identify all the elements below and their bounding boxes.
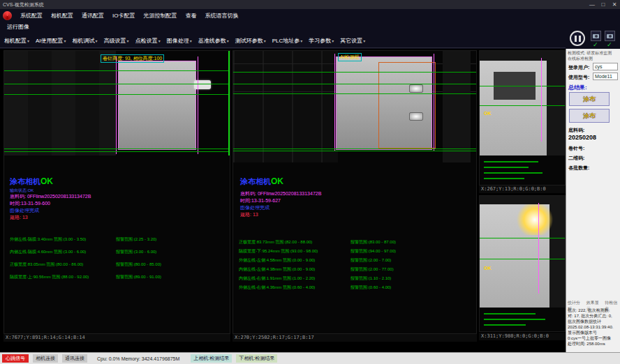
reflection-glint [409, 84, 423, 93]
measurement-row: 隔膜宽度-下:95.24mm 范围:(93.00 - 98.00) 报警范围:(… [233, 248, 476, 255]
measurement-row: 外侧左线-右侧:4.36mm 范围:(0.60 - 4.00) 报警范围:(0.… [233, 285, 476, 291]
login-user-field[interactable]: cys [593, 63, 618, 70]
toolbar-item[interactable]: AI使用配置▾ [36, 37, 66, 45]
model-field[interactable]: Mode11 [593, 73, 618, 80]
pixel-coordinates: X:270;Y:2502;R:17;G:17;B:17 [232, 334, 477, 342]
measure-line [233, 72, 477, 73]
pin-number-label: 卷针号: [568, 145, 584, 152]
toolbar-item[interactable]: 基准线参数▾ [198, 37, 229, 45]
material-text: 规格: 13 [240, 211, 258, 218]
chevron-down-icon: ▾ [190, 39, 192, 43]
window-title: CVS-视觉检测系统 [3, 2, 44, 7]
measure-line [480, 259, 566, 259]
result-ok-text: OK [271, 176, 283, 186]
minimize-button[interactable]: — [586, 0, 598, 9]
toolbar-item[interactable]: 图像处理▾ [167, 37, 192, 45]
result-ok-text: OK [40, 176, 53, 186]
measurement-row: 外侧左线-左侧:4.58mm 范围:(0.00 - 9.00) 报警范围:(2.… [233, 257, 476, 264]
thumbnail-image: OK [480, 51, 565, 156]
toolbar-item[interactable]: 相机配置▾ [4, 37, 29, 45]
toolbar-item[interactable]: 高级设置▾ [104, 37, 129, 45]
micro-text-line [484, 172, 542, 174]
measure-line [233, 84, 477, 84]
alarm-range: 报警范围:(2.00 - 77.00) [350, 266, 394, 273]
pause-icon [575, 36, 577, 42]
measurement-row: 内侧左线-隔膜:4.60mm 范围:(3.00 - 6.00) 报警范围:(3.… [4, 249, 230, 256]
result-box-1: 涂布 [569, 92, 610, 106]
upper-camera-result: 上相机:检测结果 [191, 354, 232, 363]
tab-run-image[interactable]: 运行图像 [0, 22, 566, 32]
micro-text-line [484, 178, 524, 179]
menu-item[interactable]: 查看 [185, 12, 196, 20]
toolbar-item[interactable]: 相机调试▾ [73, 37, 98, 45]
menu-item[interactable]: IO卡配置 [112, 12, 135, 20]
check-icon: ✓ [607, 42, 612, 48]
pause-icon [579, 36, 581, 42]
maximize-button[interactable]: □ [598, 0, 609, 9]
center-camera-view[interactable]: AI检测框 涂布相机OK 底料码: 0FFlinw202502081331347… [232, 50, 477, 334]
measurement-value: 正极宽度:83.05mm 范围:(80.00 - 86.00) [10, 261, 83, 268]
alarm-range: 报警范围:(3.00 - 6.00) [116, 249, 156, 255]
qr-code-label: 二维码: [568, 155, 584, 162]
measurement-row: 内侧左线-右侧:1.91mm 范围:(1.00 - 2.20) 报警范围:(1.… [233, 275, 476, 282]
measurement-value: 外侧左线-右侧:4.36mm 范围:(0.60 - 4.00) [239, 285, 315, 291]
time-text: 时间:13-31-59-600 [10, 200, 50, 207]
camera-icon [607, 34, 613, 38]
check-icon: ✓ [593, 42, 598, 48]
toolbar-item[interactable]: 其它设置▾ [340, 37, 365, 45]
time-text: 时间:13-31-59-627 [240, 197, 281, 204]
measure-line [4, 151, 230, 152]
pixel-coordinates: X:311;Y:980;R:0;G:0;B:0 [479, 333, 566, 340]
measure-line [233, 149, 477, 149]
measure-line [4, 94, 230, 95]
measure-line [233, 93, 477, 94]
chevron-down-icon: ▾ [363, 39, 365, 43]
alarm-range: 报警范围:(0.60 - 4.00) [350, 285, 391, 291]
measure-line [116, 56, 117, 154]
alarm-range: 报警范围:(80.00 - 85.00) [116, 261, 161, 268]
camera-1-button[interactable] [591, 31, 601, 41]
camera-2-button[interactable] [605, 31, 615, 41]
measure-line [538, 203, 539, 294]
chevron-down-icon: ▾ [158, 39, 161, 43]
menu-item[interactable]: 光源控制配置 [143, 12, 177, 20]
pause-button[interactable] [570, 31, 585, 46]
batch-count-label: 各批数量: [568, 165, 589, 172]
mode-status-text: 在线标准检测 [568, 56, 593, 62]
measure-line [334, 54, 335, 151]
chevron-down-icon: ▾ [127, 39, 129, 43]
menu-item[interactable]: 系统语言切换 [205, 12, 238, 20]
measure-line [434, 54, 434, 151]
chevron-down-icon: ▾ [27, 39, 29, 43]
menu-item[interactable]: 通讯配置 [82, 12, 104, 20]
thumbnail-view-2[interactable]: OK [479, 195, 566, 332]
left-camera-view[interactable]: 卷针高度: 93, 相位高度:100 涂布相机OK 输出状态:OK 底料码: 0… [3, 50, 230, 334]
title-bar: CVS-视觉检测系统 — □ ✕ [0, 0, 620, 9]
measurement-row: 内侧左线-左侧:4.38mm 范围:(0.00 - 9.00) 报警范围:(2.… [233, 266, 476, 273]
measurement-value: 外侧左线-隔膜:3.40mm 范围:(3.00 - 3.50) [10, 236, 86, 243]
machine-structure [4, 51, 116, 156]
toolbar-item[interactable]: 测试环参数▾ [235, 37, 266, 45]
toolbar: 相机配置▾ AI使用配置▾ 相机调试▾ 高级设置▾ 点检设置▾ 图像处理▾ 基准… [0, 34, 566, 48]
alarm-range: 报警范围:(89.00 - 91.00) [116, 274, 161, 280]
alarm-range: 报警范围:(94.00 - 97.00) [350, 248, 396, 255]
camera-link-indicator: 相机连接 [33, 354, 58, 363]
toolbar-item[interactable]: 学习参数▾ [309, 37, 334, 45]
thumbnail-view-1[interactable]: OK [479, 50, 566, 185]
close-button[interactable]: ✕ [609, 0, 620, 9]
toolbar-item[interactable]: 点检设置▾ [135, 37, 161, 45]
measure-line [4, 70, 230, 71]
barcode-value: 20250208 [568, 134, 596, 141]
toolbar-item[interactable]: PLC地址参▾ [272, 37, 303, 45]
chevron-down-icon: ▾ [300, 39, 302, 43]
micro-text-line [484, 313, 536, 314]
menu-item[interactable]: 相机配置 [51, 12, 73, 20]
measure-line [480, 105, 566, 106]
top-header: CVS-视觉检测系统 — □ ✕ 系统配置 相机配置 通讯配置 IO卡配置 光源… [0, 0, 620, 49]
menu-item[interactable]: 系统配置 [20, 12, 43, 20]
micro-text-line [484, 324, 526, 326]
cpu-memory-text: Cpu: 0.0% Memory: 3424.41796875M [97, 356, 179, 361]
chevron-down-icon: ▾ [227, 39, 229, 43]
measurement-row: 正极宽度:83.73mm 范围:(82.00 - 88.00) 报警范围:(83… [233, 239, 476, 246]
machine-structure [443, 51, 471, 162]
